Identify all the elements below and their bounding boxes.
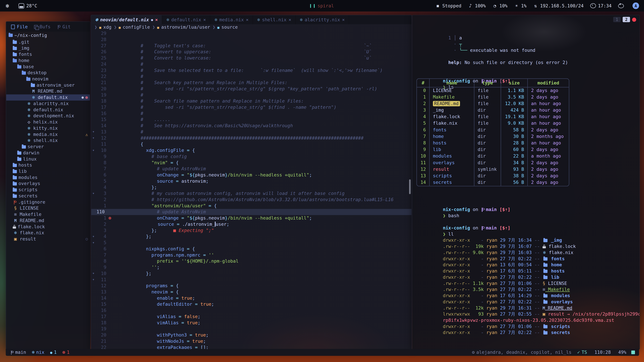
tree-item[interactable]: server [6,144,90,150]
tree-item[interactable]: hosts [6,162,90,168]
fold-marker-icon[interactable] [91,153,96,160]
fold-marker-icon[interactable] [91,80,96,86]
tree-item[interactable]: lib [6,168,90,174]
topbar-item[interactable] [5,3,12,8]
fold-marker-icon[interactable] [91,246,96,252]
topbar-item[interactable]: Stopped [435,3,461,8]
sidebar-tab[interactable]: Git [57,24,70,29]
tree-item[interactable]: flake.nix [6,230,90,236]
editor-scrollbar-thumb[interactable] [409,179,411,194]
sidebar-tab[interactable]: File [11,24,28,29]
fold-marker-icon[interactable] [91,338,96,345]
tree-item[interactable]: _img [6,45,90,51]
editor-tab[interactable]: media.nix ● × [210,15,253,24]
fold-marker-icon[interactable] [91,314,96,320]
fold-marker-icon[interactable] [91,301,96,308]
fold-marker-icon[interactable] [91,178,96,184]
fold-marker-icon[interactable] [91,283,96,289]
tab-close-button[interactable]: × [246,17,248,22]
fold-marker-icon[interactable] [91,320,96,326]
fold-marker-icon[interactable] [91,221,96,227]
tree-item[interactable]: astronvim_user [6,82,90,88]
topbar-item[interactable]: 17:34 [590,3,612,8]
fold-marker-icon[interactable] [91,172,96,178]
tree-item[interactable]: modules [6,174,90,181]
tree-item[interactable]: neovim [6,76,90,82]
editor-tab[interactable]: default.nix ● × [162,15,210,24]
tab-close-button[interactable]: × [342,17,345,22]
fold-marker-icon[interactable] [91,332,96,338]
tree-item[interactable]: overlays [6,181,90,187]
editor-tab[interactable]: shell.nix ● × [253,15,296,24]
fold-marker-icon[interactable] [91,55,96,61]
tree-root[interactable]: ~/nix-config [6,32,90,39]
fold-marker-icon[interactable]: ▾ [91,135,96,141]
fold-marker-icon[interactable] [91,227,96,234]
tree-item[interactable]: home [6,57,90,64]
fold-marker-icon[interactable] [91,67,96,73]
tree-item[interactable]: README.md [6,218,90,224]
tree-item[interactable]: README.md [6,88,90,94]
fold-marker-icon[interactable]: ▾ [91,240,96,246]
fold-marker-icon[interactable] [91,215,96,221]
tree-item[interactable]: .git [6,39,90,45]
tree-item[interactable]: base [6,64,90,70]
fold-marker-icon[interactable] [91,92,96,98]
fold-marker-icon[interactable] [91,264,96,271]
tree-item[interactable]: kitty.nix [6,125,90,131]
code-area[interactable]: 29 # Toggle text's case: `~` 28 [91,30,412,349]
sidebar-tab[interactable]: Bufs [34,24,50,29]
editor-tab[interactable]: alacritty.nix ● × [296,15,349,24]
topbar-item[interactable] [618,3,626,8]
fold-marker-icon[interactable]: ▾ [91,233,96,240]
fold-marker-icon[interactable] [91,61,96,67]
fold-marker-icon[interactable] [91,203,96,209]
tree-item[interactable]: result [6,236,90,242]
tree-item[interactable]: default.nix [6,107,90,113]
fold-marker-icon[interactable]: ▾ [91,271,96,277]
fold-marker-icon[interactable] [91,104,96,110]
terminal-tab[interactable]: 1 [613,17,620,22]
fold-marker-icon[interactable] [91,43,96,49]
fold-marker-icon[interactable] [91,160,96,166]
tree-item[interactable]: linux [6,156,90,162]
tree-item[interactable]: development.nix [6,113,90,119]
tab-close-button[interactable]: × [288,17,291,22]
fold-marker-icon[interactable] [91,49,96,55]
tree-item[interactable]: scripts [6,187,90,193]
breadcrumb-item[interactable]: ❯ astronvim/lua/user [152,25,210,30]
fold-marker-icon[interactable] [91,73,96,80]
fold-marker-icon[interactable] [91,345,96,349]
terminal-close-button[interactable] [632,17,636,21]
fold-marker-icon[interactable] [91,141,96,147]
tab-close-button[interactable]: × [203,17,206,22]
fold-marker-icon[interactable] [91,326,96,332]
breadcrumb-item[interactable]: ❯ source [213,25,238,30]
fold-marker-icon[interactable]: ▾ [91,277,96,283]
fold-marker-icon[interactable] [91,252,96,258]
topbar-item[interactable]: 10% [492,3,508,8]
fold-marker-icon[interactable] [91,258,96,264]
fold-marker-icon[interactable] [91,30,96,36]
fold-marker-icon[interactable] [91,123,96,129]
fold-marker-icon[interactable]: ▾ [91,129,96,135]
fold-marker-icon[interactable] [91,295,96,301]
tree-item[interactable]: Makefile [6,211,90,218]
topbar-item[interactable]: 100% [468,3,486,8]
topbar-item[interactable]: 1% [514,3,526,8]
fold-marker-icon[interactable] [91,110,96,117]
fold-marker-icon[interactable] [91,166,96,172]
fold-marker-icon[interactable] [91,197,96,203]
fold-marker-icon[interactable] [91,307,96,314]
fold-marker-icon[interactable] [91,117,96,123]
tree-item[interactable]: shell.nix [6,137,90,144]
terminal-window[interactable]: 12 1 │ a · ┬ · ╰── executable [412,15,640,350]
tree-item[interactable]: secrets [6,193,90,199]
fold-marker-icon[interactable] [91,209,96,215]
tree-item[interactable]: darwin [6,150,90,156]
tree-item[interactable]: .gitignore [6,199,90,205]
tree-item[interactable]: default.nix [6,94,90,100]
fold-marker-icon[interactable]: ▾ [91,190,96,197]
breadcrumb-item[interactable]: ❯ configFile [114,25,150,30]
tab-close-button[interactable]: × [155,17,158,22]
